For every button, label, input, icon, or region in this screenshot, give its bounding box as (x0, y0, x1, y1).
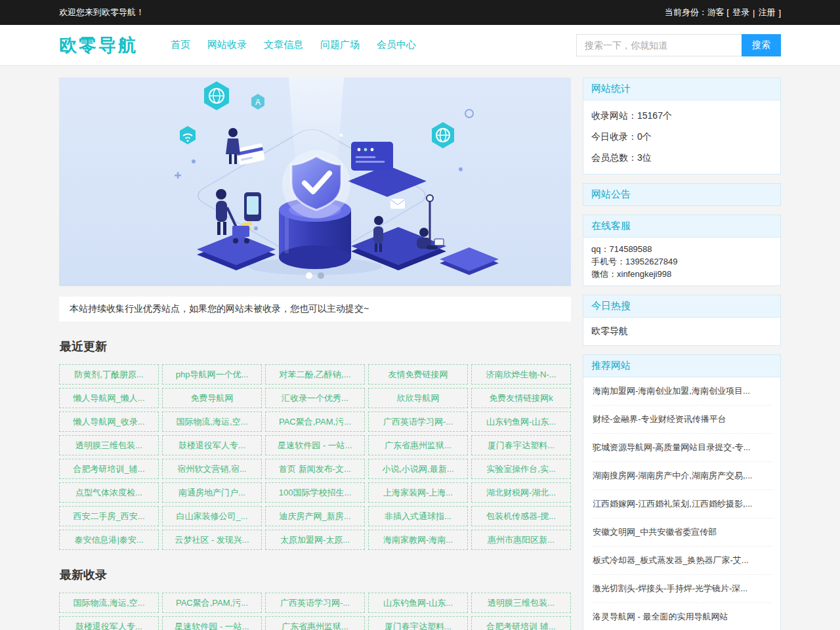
recommended-site-link[interactable]: 湖南搜房网-湖南房产中介,湖南房产交易,... (591, 462, 772, 490)
nav-item[interactable]: 问题广场 (320, 39, 360, 51)
recommended-site-link[interactable]: 海南加盟网-海南创业加盟,海南创业项目... (591, 377, 772, 406)
carousel-dots (306, 272, 324, 279)
site-link[interactable]: 西安二手房_西安... (59, 506, 159, 526)
nav-item[interactable]: 网站收录 (207, 39, 247, 51)
recent-updates-section: 最近更新 防黄剂,丁酰肼原...php导航网一个优...对苯二酚,乙醇钠,...… (59, 339, 571, 550)
hot-search-link[interactable]: 欧零导航 (591, 323, 772, 340)
panel-site-stats: 网站统计 收录网站：15167个今日收录：0个会员总数：3位 (583, 77, 781, 175)
contact-row: 手机号：13952627849 (591, 255, 772, 268)
site-link[interactable]: 迪庆房产网_新房... (265, 506, 365, 526)
site-link[interactable]: 小说,小说网,最新... (368, 459, 468, 479)
site-link[interactable]: 友情免费链接网 (368, 364, 468, 385)
search-input[interactable] (576, 34, 742, 56)
panel-title-customer-service: 在线客服 (583, 215, 780, 238)
recent-updates-title: 最近更新 (60, 339, 571, 354)
newest-inclusions-title: 最新收录 (60, 567, 571, 583)
register-link[interactable]: 注册 (758, 7, 775, 18)
site-link[interactable]: 非插入式通球指... (368, 506, 468, 526)
panel-recommended-sites: 推荐网站 海南加盟网-海南创业加盟,海南创业项目...财经-金融界-专业财经资讯… (583, 354, 781, 630)
site-link[interactable]: 济南欣烨生物-N-... (471, 364, 571, 385)
nav-item[interactable]: 会员中心 (377, 39, 416, 51)
stat-row: 收录网站：15167个 (591, 106, 772, 127)
site-link[interactable]: 星速软件园 - 一站... (265, 435, 365, 455)
carousel-dot-2[interactable] (318, 272, 324, 279)
site-logo[interactable]: 欧零导航 (59, 33, 138, 57)
customer-service-body: qq：714589588手机号：13952627849微信：xinfengkej… (583, 238, 780, 285)
newest-inclusions-grid: 国际物流,海运,空...PAC聚合,PAM,污...广西英语学习网-...山东钓… (59, 593, 571, 630)
site-link[interactable]: 汇收录一个优秀... (265, 388, 365, 408)
site-link[interactable]: 上海家装网-上海... (368, 482, 468, 503)
nav-item[interactable]: 文章信息 (264, 39, 303, 51)
main-nav: 首页网站收录文章信息问题广场会员中心 (171, 39, 416, 51)
site-link[interactable]: 广西英语学习网-... (265, 593, 365, 613)
hero-banner: A (59, 77, 571, 286)
site-link[interactable]: 鼓楼退役军人专... (162, 435, 262, 455)
site-link[interactable]: 宿州软文营销,宿... (162, 459, 262, 479)
site-link[interactable]: 厦门春宇达塑料... (368, 616, 468, 630)
recommended-site-link[interactable]: 洛灵导航网 - 最全面的实用导航网站 (591, 603, 772, 630)
site-link[interactable]: 云梦社区 - 发现兴... (162, 530, 262, 550)
site-link[interactable]: 对苯二酚,乙醇钠,... (265, 364, 365, 385)
site-link[interactable]: 免费友情链接网k (471, 388, 571, 408)
site-link[interactable]: 国际物流,海运,空... (59, 593, 159, 613)
panel-title-announcement: 网站公告 (583, 184, 780, 205)
site-link[interactable]: 太原加盟网-太原... (265, 530, 365, 550)
carousel-dot-1[interactable] (306, 272, 312, 279)
site-link[interactable]: 泰安信息港|泰安... (59, 530, 159, 550)
search-box: 搜索 (576, 34, 781, 56)
recommended-site-link[interactable]: 驼城资源导航网-高质量网站目录提交-专... (591, 434, 772, 462)
site-link[interactable]: 厦门春宇达塑料... (471, 435, 571, 455)
site-link[interactable]: 广东省惠州监狱... (368, 435, 468, 455)
site-link[interactable]: 包装机传感器-搅... (471, 506, 571, 526)
site-link[interactable]: php导航网一个优... (162, 364, 262, 385)
hero-illustration: A (59, 77, 571, 286)
site-link[interactable]: 透明膜三维包装... (471, 593, 571, 613)
site-link[interactable]: 首页 新闻发布-文... (265, 459, 365, 479)
identity-prefix: 当前身份：游客 [ (665, 7, 729, 18)
site-link[interactable]: 国际物流,海运,空... (162, 411, 262, 432)
site-link[interactable]: 海南家教网-海南... (368, 530, 468, 550)
site-link[interactable]: 透明膜三维包装... (59, 435, 159, 455)
identity-divider: | (753, 8, 755, 18)
recommended-site-link[interactable]: 激光切割头-焊接头-手持焊-光学镜片-深... (591, 575, 772, 603)
site-link[interactable]: 南通房地产门户... (162, 482, 262, 503)
site-link[interactable]: 合肥考研培训 辅... (471, 616, 571, 630)
site-link[interactable]: 100国际学校招生... (265, 482, 365, 503)
site-link[interactable]: 鼓楼退役军人专... (59, 616, 159, 630)
site-link[interactable]: 广西英语学习网-... (368, 411, 468, 432)
site-link[interactable]: 广东省惠州监狱... (265, 616, 365, 630)
panel-customer-service: 在线客服 qq：714589588手机号：13952627849微信：xinfe… (583, 215, 781, 286)
site-link[interactable]: 合肥考研培训_辅... (59, 459, 159, 479)
panel-title-recommended-sites: 推荐网站 (583, 355, 780, 377)
site-link[interactable]: 点型气体浓度检... (59, 482, 159, 503)
newest-inclusions-section: 最新收录 国际物流,海运,空...PAC聚合,PAM,污...广西英语学习网-.… (59, 567, 571, 630)
nav-item[interactable]: 首页 (171, 39, 190, 51)
site-link[interactable]: 湖北财税网-湖北... (471, 482, 571, 503)
recommended-site-link[interactable]: 板式冷却器_板式蒸发器_换热器厂家-艾... (591, 547, 772, 575)
site-link[interactable]: PAC聚合,PAM,污... (162, 593, 262, 613)
site-link[interactable]: 免费导航网 (162, 388, 262, 408)
site-link[interactable]: 星速软件园 - 一站... (162, 616, 262, 630)
stat-row: 会员总数：3位 (591, 148, 772, 169)
panel-title-site-stats: 网站统计 (583, 78, 780, 100)
contact-row: 微信：xinfengkeji998 (591, 268, 772, 280)
search-button[interactable]: 搜索 (742, 34, 781, 56)
recommended-site-link[interactable]: 江西婚嫁网-江西婚礼策划,江西婚纱摄影,... (591, 490, 772, 518)
site-link[interactable]: 懒人导航网_懒人... (59, 388, 159, 408)
recent-updates-grid: 防黄剂,丁酰肼原...php导航网一个优...对苯二酚,乙醇钠,...友情免费链… (59, 364, 571, 550)
site-link[interactable]: 山东钓鱼网-山东... (368, 593, 468, 613)
site-link[interactable]: 实验室操作台,实... (471, 459, 571, 479)
recommended-site-link[interactable]: 财经-金融界-专业财经资讯传播平台 (591, 406, 772, 434)
submit-notice: 本站持续收集行业优秀站点，如果您的网站未被收录，您也可以主动提交~ (59, 297, 571, 322)
login-link[interactable]: 登录 (732, 7, 749, 18)
site-link[interactable]: 惠州市惠阳区新... (471, 530, 571, 550)
identity-area: 当前身份：游客 [ 登录 | 注册 ] (665, 7, 781, 18)
site-link[interactable]: 防黄剂,丁酰肼原... (59, 364, 159, 385)
site-link[interactable]: 白山家装修公司_... (162, 506, 262, 526)
site-link[interactable]: 欣欣导航网 (368, 388, 468, 408)
site-link[interactable]: 懒人导航网_收录... (59, 411, 159, 432)
recommended-site-link[interactable]: 安徽文明网_中共安徽省委宣传部 (591, 518, 772, 547)
site-link[interactable]: 山东钓鱼网-山东... (471, 411, 571, 432)
sidebar: 网站统计 收录网站：15167个今日收录：0个会员总数：3位 网站公告 在线客服… (583, 77, 781, 630)
site-link[interactable]: PAC聚合,PAM,污... (265, 411, 365, 432)
